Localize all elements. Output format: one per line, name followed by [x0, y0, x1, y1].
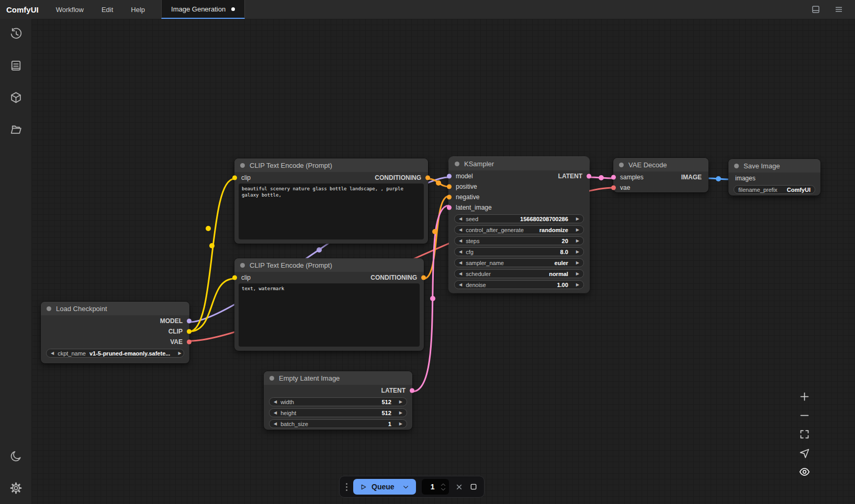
output-slot-latent[interactable]	[587, 174, 591, 179]
increment-arrow[interactable]: ▶	[576, 217, 579, 221]
collapse-dot[interactable]	[455, 162, 459, 166]
widget-denoise[interactable]: ◀ denoise 1.00 ▶	[454, 280, 584, 289]
node-save-image[interactable]: Save Image images filename_prefix ComfyU…	[728, 159, 820, 196]
hamburger-menu-icon[interactable]	[834, 5, 843, 14]
menu-workflow[interactable]: Workflow	[47, 0, 93, 19]
prompt-textarea[interactable]: text, watermark	[239, 283, 420, 347]
increment-arrow[interactable]: ▶	[399, 411, 402, 415]
node-header[interactable]: Save Image	[728, 159, 820, 173]
widget-batch-size[interactable]: ◀ batch_size 1 ▶	[269, 419, 407, 428]
queue-log-icon[interactable]	[9, 59, 22, 72]
widget-seed[interactable]: ◀ seed 156680208700286 ▶	[454, 214, 584, 223]
fit-view-icon[interactable]	[799, 429, 810, 440]
queue-button[interactable]: Queue	[353, 479, 416, 495]
theme-moon-icon[interactable]	[9, 450, 22, 463]
node-clip-text-encode-positive[interactable]: CLIP Text Encode (Prompt) clip CONDITION…	[234, 158, 428, 244]
input-slot-vae[interactable]	[611, 186, 616, 190]
input-slot-model[interactable]	[447, 174, 452, 179]
settings-gear-icon[interactable]	[9, 482, 22, 495]
chevron-down-icon[interactable]	[402, 484, 409, 490]
increment-arrow[interactable]: ▶	[576, 228, 579, 232]
menu-edit[interactable]: Edit	[93, 0, 122, 19]
menu-help[interactable]: Help	[122, 0, 154, 19]
widget-ckpt-name[interactable]: ◀ ckpt_name v1-5-pruned-emaonly.safete..…	[46, 349, 184, 358]
node-header[interactable]: KSampler	[449, 157, 589, 170]
output-slot-conditioning[interactable]	[425, 176, 430, 180]
increment-arrow[interactable]: ▶	[576, 239, 579, 243]
input-slot-negative[interactable]	[447, 195, 452, 200]
input-slot-samples[interactable]	[611, 175, 616, 180]
node-ksampler[interactable]: KSampler model LATENT positive negative …	[449, 157, 589, 293]
node-clip-text-encode-negative[interactable]: CLIP Text Encode (Prompt) clip CONDITION…	[234, 258, 424, 351]
node-library-cube-icon[interactable]	[9, 91, 22, 104]
output-slot-image[interactable]	[706, 175, 711, 180]
decrement-arrow[interactable]: ◀	[274, 422, 277, 426]
node-vae-decode[interactable]: VAE Decode samples IMAGE vae	[613, 158, 708, 192]
node-graph-canvas[interactable]	[31, 19, 855, 504]
drag-handle[interactable]	[346, 483, 347, 491]
increment-arrow[interactable]: ▶	[576, 250, 579, 254]
output-slot-conditioning[interactable]	[421, 276, 426, 280]
increment-arrow[interactable]: ▶	[399, 400, 402, 404]
widget-steps[interactable]: ◀ steps 20 ▶	[454, 236, 584, 245]
node-header[interactable]: CLIP Text Encode (Prompt)	[234, 158, 428, 172]
collapse-dot[interactable]	[269, 376, 274, 381]
collapse-dot[interactable]	[240, 163, 245, 168]
collapse-dot[interactable]	[240, 263, 245, 268]
decrement-arrow[interactable]: ◀	[51, 351, 54, 356]
clear-queue-icon[interactable]	[455, 483, 464, 491]
input-slot-clip[interactable]	[232, 276, 237, 280]
increment-arrow[interactable]: ▶	[576, 283, 579, 287]
decrement-arrow[interactable]: ◀	[459, 261, 462, 265]
zoom-out-icon[interactable]	[799, 410, 810, 421]
decrement-arrow[interactable]: ◀	[274, 400, 277, 404]
increment-arrow[interactable]: ▶	[576, 261, 579, 265]
increment-arrow[interactable]: ▶	[399, 422, 402, 426]
decrement-arrow[interactable]: ◀	[459, 228, 462, 232]
decrement-arrow[interactable]: ◀	[274, 411, 277, 415]
batch-count-stepper[interactable]: 1	[422, 479, 449, 495]
widget-scheduler[interactable]: ◀ scheduler normal ▶	[454, 269, 584, 278]
increment-arrow[interactable]: ▶	[576, 272, 579, 276]
node-empty-latent-image[interactable]: Empty Latent Image LATENT ◀ width 512 ▶ …	[264, 371, 412, 430]
node-load-checkpoint[interactable]: Load Checkpoint MODEL CLIP VAE ◀ ckpt_na…	[41, 302, 189, 363]
node-header[interactable]: VAE Decode	[613, 158, 708, 171]
node-header[interactable]: Empty Latent Image	[264, 371, 412, 385]
pan-navigate-icon[interactable]	[799, 448, 810, 459]
collapse-dot[interactable]	[47, 306, 51, 311]
collapse-dot[interactable]	[734, 164, 739, 168]
zoom-in-icon[interactable]	[799, 391, 810, 402]
decrement-arrow[interactable]: ◀	[459, 250, 462, 254]
input-slot-positive[interactable]	[447, 185, 452, 189]
node-header[interactable]: Load Checkpoint	[41, 302, 189, 315]
output-slot-clip[interactable]	[187, 329, 192, 334]
toggle-visibility-eye-icon[interactable]	[799, 466, 810, 477]
output-slot-model[interactable]	[187, 319, 192, 324]
input-slot-latent-image[interactable]	[447, 205, 452, 210]
decrement-arrow[interactable]: ◀	[459, 283, 462, 287]
increment-arrow[interactable]: ▶	[178, 351, 181, 356]
output-slot-vae[interactable]	[187, 340, 192, 345]
step-up-icon[interactable]	[441, 483, 446, 486]
collapse-dot[interactable]	[619, 163, 624, 167]
widget-height[interactable]: ◀ height 512 ▶	[269, 408, 407, 417]
tab-image-generation[interactable]: Image Generation	[161, 0, 245, 19]
widget-cfg[interactable]: ◀ cfg 8.0 ▶	[454, 247, 584, 256]
node-header[interactable]: CLIP Text Encode (Prompt)	[234, 258, 424, 272]
widget-control-after-generate[interactable]: ◀ control_after_generate randomize ▶	[454, 225, 584, 234]
step-down-icon[interactable]	[441, 488, 446, 491]
widget-sampler-name[interactable]: ◀ sampler_name euler ▶	[454, 258, 584, 267]
decrement-arrow[interactable]: ◀	[459, 239, 462, 243]
input-slot-images[interactable]	[726, 176, 731, 181]
decrement-arrow[interactable]: ◀	[459, 217, 462, 221]
output-slot-latent[interactable]	[410, 388, 414, 393]
history-icon[interactable]	[9, 27, 22, 40]
widget-filename-prefix[interactable]: filename_prefix ComfyUI	[734, 185, 815, 194]
stop-icon[interactable]	[469, 483, 478, 491]
prompt-textarea[interactable]: beautiful scenery nature glass bottle la…	[239, 184, 424, 239]
workflows-folder-icon[interactable]	[9, 123, 22, 136]
decrement-arrow[interactable]: ◀	[459, 272, 462, 276]
input-slot-clip[interactable]	[232, 176, 237, 180]
bottom-panel-icon[interactable]	[811, 5, 820, 14]
widget-width[interactable]: ◀ width 512 ▶	[269, 397, 407, 406]
